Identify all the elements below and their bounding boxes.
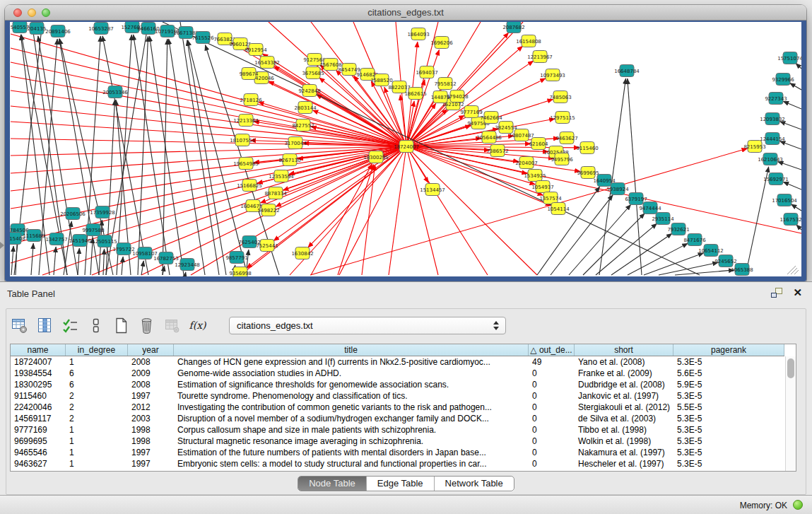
- network-node[interactable]: 1054937: [531, 181, 553, 193]
- table-cell[interactable]: 1: [66, 436, 128, 447]
- table-cell[interactable]: 6: [66, 368, 128, 379]
- table-cell[interactable]: 9115460: [11, 390, 66, 402]
- table-row[interactable]: 946362711997Embryonic stem cells: a mode…: [11, 458, 784, 469]
- table-cell[interactable]: 1998: [128, 436, 174, 447]
- network-node[interactable]: 17016504: [772, 194, 797, 206]
- table-cell[interactable]: 2: [66, 390, 128, 402]
- table-cell[interactable]: Yano et al. (2008): [575, 356, 673, 368]
- table-row[interactable]: 946554611997Estimation of the future num…: [11, 447, 784, 458]
- table-cell[interactable]: Tourette syndrome. Phenomenology and cla…: [174, 390, 529, 402]
- table-cell[interactable]: Wolkin et al. (1998): [575, 436, 673, 447]
- column-header[interactable]: short: [575, 344, 673, 356]
- network-node[interactable]: 204135: [28, 23, 47, 35]
- column-header[interactable]: title: [174, 344, 529, 356]
- table-cell[interactable]: 1997: [128, 458, 174, 469]
- column-header[interactable]: year: [128, 344, 174, 356]
- edge-expand-arrow-icon[interactable]: [0, 242, 4, 249]
- table-row[interactable]: 1938455462009Genome-wide association stu…: [11, 368, 784, 379]
- table-cell[interactable]: 9465546: [11, 447, 66, 458]
- table-cell[interactable]: 5.9E-5: [673, 379, 784, 390]
- table-cell[interactable]: 1: [66, 424, 128, 436]
- tab-network-table[interactable]: Network Table: [435, 477, 514, 491]
- window-titlebar[interactable]: citations_edges.txt: [5, 5, 806, 21]
- scrollbar-thumb[interactable]: [787, 358, 794, 378]
- column-header[interactable]: △ out_de...: [529, 344, 575, 356]
- table-cell[interactable]: 9699695: [11, 436, 66, 447]
- function-builder-icon[interactable]: f(x): [188, 316, 207, 335]
- network-node[interactable]: 2935114: [652, 213, 674, 225]
- table-row[interactable]: 1830029562008Estimation of significance …: [11, 379, 784, 390]
- network-node[interactable]: 9463627: [555, 132, 577, 144]
- table-row[interactable]: 2242004622012Investigating the contribut…: [11, 402, 784, 413]
- float-window-icon[interactable]: [771, 288, 782, 298]
- network-node[interactable]: 1167532: [779, 214, 801, 226]
- table-cell[interactable]: 5.6E-5: [673, 368, 784, 379]
- delete-column-icon[interactable]: [137, 316, 156, 335]
- table-cell[interactable]: 9463627: [11, 458, 66, 469]
- table-cell[interactable]: 5.3E-5: [673, 424, 784, 436]
- network-node[interactable]: 16210643: [758, 153, 783, 165]
- network-node[interactable]: 8267130: [278, 154, 300, 166]
- table-row[interactable]: 1872400712008Changes of HCN gene express…: [11, 356, 784, 368]
- table-cell[interactable]: Genome-wide association studies in ADHD.: [174, 368, 529, 379]
- network-node[interactable]: 3824554: [495, 122, 517, 134]
- network-node[interactable]: 7955812: [434, 78, 456, 90]
- network-node[interactable]: 8878334: [264, 187, 287, 199]
- table-cell[interactable]: Nakamura et al. (1997): [575, 447, 673, 458]
- table-cell[interactable]: 0: [529, 424, 575, 436]
- table-cell[interactable]: 19384554: [11, 368, 66, 379]
- network-node[interactable]: 20206506: [60, 208, 86, 220]
- network-node[interactable]: 1054114: [547, 203, 570, 215]
- table-row[interactable]: 969969511998Structural magnetic resonanc…: [11, 436, 784, 447]
- table-cell[interactable]: Estimation of significance thresholds fo…: [174, 379, 529, 390]
- table-cell[interactable]: Corpus callosum shape and size in male p…: [174, 424, 529, 436]
- table-cell[interactable]: 0: [529, 413, 575, 424]
- network-node[interactable]: 12093832: [760, 113, 785, 125]
- network-node[interactable]: 1795722: [112, 243, 134, 255]
- table-cell[interactable]: 2012: [128, 402, 174, 413]
- table-cell[interactable]: 5.3E-5: [673, 413, 784, 424]
- table-cell[interactable]: Hescheler et al. (1997): [575, 458, 673, 469]
- table-cell[interactable]: 5.3E-5: [673, 458, 784, 469]
- show-columns-icon[interactable]: [35, 316, 54, 335]
- network-node[interactable]: 15166825: [237, 180, 262, 192]
- table-cell[interactable]: 0: [529, 458, 575, 469]
- network-node[interactable]: 16154808: [516, 35, 541, 47]
- network-node[interactable]: 10654112: [698, 245, 724, 257]
- table-cell[interactable]: 1: [66, 356, 128, 368]
- canvas-resize-grip[interactable]: [787, 266, 799, 274]
- table-cell[interactable]: 6: [66, 379, 128, 390]
- table-cell[interactable]: Jankovic et al. (1997): [575, 390, 673, 402]
- network-node[interactable]: 1534925: [524, 170, 546, 182]
- table-row[interactable]: 911546021997Tourette syndrome. Phenomeno…: [11, 390, 784, 402]
- table-cell[interactable]: 2: [66, 413, 128, 424]
- table-cell[interactable]: 2008: [128, 356, 174, 368]
- network-node[interactable]: 989674: [240, 68, 259, 80]
- new-column-icon[interactable]: [112, 316, 131, 335]
- table-cell[interactable]: Embryonic stem cells: a model to study s…: [174, 458, 529, 469]
- network-node[interactable]: 9227343: [765, 93, 787, 105]
- network-node[interactable]: 1630842: [291, 247, 313, 259]
- network-node[interactable]: 9115460: [576, 142, 598, 154]
- tab-edge-table[interactable]: Edge Table: [367, 477, 435, 491]
- network-node[interactable]: 9245652: [714, 255, 736, 267]
- select-columns-icon[interactable]: [61, 316, 80, 335]
- table-cell[interactable]: 0: [529, 447, 575, 458]
- table-cell[interactable]: 49: [529, 356, 575, 368]
- table-cell[interactable]: 5.3E-5: [673, 436, 784, 447]
- table-cell[interactable]: 14569117: [11, 413, 66, 424]
- network-node[interactable]: 15751074: [777, 52, 801, 64]
- table-cell[interactable]: Franke et al. (2009): [575, 368, 673, 379]
- network-node[interactable]: 12505115: [92, 235, 117, 247]
- network-node[interactable]: 2718126: [240, 94, 262, 106]
- network-node[interactable]: 19654985: [233, 158, 259, 170]
- network-node[interactable]: 12975115: [550, 112, 575, 124]
- table-cell[interactable]: 18724007: [11, 356, 66, 368]
- table-scrollbar[interactable]: [785, 356, 796, 471]
- network-node[interactable]: 9857791: [225, 252, 247, 264]
- network-node[interactable]: 9699695: [577, 167, 599, 179]
- table-cell[interactable]: 0: [529, 436, 575, 447]
- row-height-icon[interactable]: [86, 316, 105, 335]
- table-cell[interactable]: 2003: [128, 413, 174, 424]
- table-cell[interactable]: 0: [529, 368, 575, 379]
